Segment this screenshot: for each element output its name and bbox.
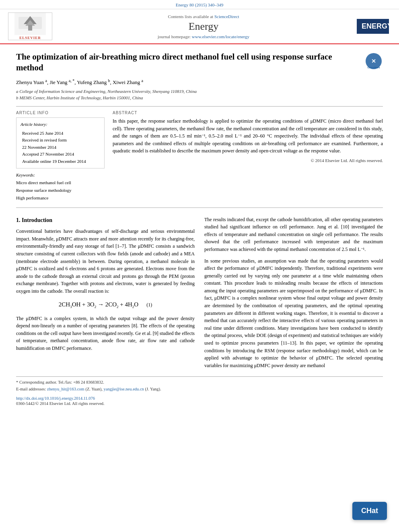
email-line: E-mail addresses: zhenyu_hit@163.com (Z.… [16, 386, 383, 393]
article-info-col: ARTICLE INFO Article history: Received 2… [16, 111, 105, 202]
divider-2 [16, 207, 383, 208]
divider-1 [16, 106, 383, 107]
introduction-section: 1. Introduction Conventional batteries h… [16, 216, 383, 370]
affiliations: a College of Information Science and Eng… [16, 88, 383, 101]
equation-text: 2CH3OH + 3O2 → 2CO2 + 4H2O [59, 300, 138, 310]
body-two-col: 1. Introduction Conventional batteries h… [16, 216, 383, 370]
article-title-area: The optimization of air-breathing micro … [16, 51, 383, 74]
chat-label: CHat [361, 507, 378, 515]
elsevier-text: ELSEVIER [19, 36, 41, 40]
main-content: The optimization of air-breathing micro … [0, 44, 399, 410]
journal-citation: Energy 80 (2015) 340–349 [176, 2, 224, 7]
history-label: Article history: [21, 121, 100, 128]
article-info-block: Article history: Received 25 June 2014 R… [16, 117, 105, 169]
affiliation-b: b MEMS Center, Harbin Institute of Techn… [16, 94, 383, 101]
journal-homepage-line: journal homepage: www.elsevier.com/locat… [158, 34, 249, 39]
keyword-3: High performance [16, 194, 105, 202]
svg-text:✕: ✕ [371, 58, 376, 64]
affiliation-a: a College of Information Science and Eng… [16, 88, 383, 95]
authors-line: Zhenyu Yuan a, Jie Yang a, *, Yufeng Zha… [16, 78, 383, 86]
energy-logo: ENERGY [357, 19, 389, 34]
available-date: Available online 19 December 2014 [22, 158, 100, 165]
footnote-area: * Corresponding author. Tel./fax: +86 24… [16, 376, 383, 393]
copyright-line: © 2014 Elsevier Ltd. All rights reserved… [113, 158, 383, 163]
right-para-2: In some previous studies, an assumption … [204, 257, 383, 370]
homepage-link[interactable]: www.elsevier.com/locate/energy [192, 34, 249, 39]
top-bar: Energy 80 (2015) 340–349 [0, 0, 399, 9]
journal-center-info: Contents lists available at ScienceDirec… [56, 12, 351, 40]
intro-para-2: The μDMFC is a complex system, in which … [16, 315, 195, 352]
keywords-block: Keywords: Micro direct methanol fuel cel… [16, 173, 105, 201]
svg-text:CrossMark: CrossMark [367, 66, 380, 69]
energy-logo-box: ENERGY [355, 12, 391, 40]
intro-para-1: Conventional batteries have disadvantage… [16, 228, 195, 295]
journal-title-text: Energy [189, 21, 219, 33]
email-1-name: (Z. Yuan), [85, 387, 102, 391]
doi-link[interactable]: http://dx.doi.org/10.1016/j.energy.2014.… [16, 396, 95, 401]
article-info-label: ARTICLE INFO [16, 111, 105, 115]
keywords-label: Keywords: [16, 173, 105, 177]
abstract-col: ABSTRACT In this paper, the response sur… [113, 111, 383, 202]
accepted-date: Accepted 27 November 2014 [22, 151, 100, 158]
email-label: E-mail addresses: [16, 387, 46, 391]
body-right-col: The results indicated that, except the c… [204, 216, 383, 370]
info-abstract-section: ARTICLE INFO Article history: Received 2… [16, 111, 383, 202]
email-2-link[interactable]: yangjie@ise.neu.edu.cn [104, 387, 144, 391]
crossmark-badge: ✕ CrossMark [365, 52, 383, 70]
email-2-name: (J. Yang). [145, 387, 161, 391]
keyword-1: Micro direct methanol fuel cell [16, 179, 105, 187]
right-para-1: The results indicated that, except the c… [204, 216, 383, 253]
body-left-col: 1. Introduction Conventional batteries h… [16, 216, 195, 370]
sciencedirect-link[interactable]: ScienceDirect [214, 14, 239, 19]
sciencedirect-line: Contents lists available at ScienceDirec… [168, 14, 239, 19]
equation-1: 2CH3OH + 3O2 → 2CO2 + 4H2O (1) [16, 300, 195, 310]
abstract-text: In this paper, the response surface meth… [113, 117, 383, 155]
doi-line: http://dx.doi.org/10.1016/j.energy.2014.… [16, 396, 383, 401]
abstract-label: ABSTRACT [113, 111, 383, 115]
corresponding-note: * Corresponding author. Tel./fax: +86 24… [16, 379, 383, 386]
journal-header: ELSEVIER Contents lists available at Sci… [0, 9, 399, 44]
issn-line: 0360-5442/© 2014 Elsevier Ltd. All right… [16, 401, 383, 406]
received-revised-date: 22 November 2014 [22, 144, 100, 151]
received-date: Received 25 June 2014 [22, 130, 100, 137]
email-1-link[interactable]: zhenyu_hit@163.com [47, 387, 84, 391]
intro-heading: 1. Introduction [16, 216, 195, 225]
received-revised-label: Received in revised form [22, 137, 100, 144]
keyword-2: Response surface methodology [16, 187, 105, 194]
svg-rect-4 [28, 25, 32, 31]
chat-badge[interactable]: CHat [352, 502, 387, 520]
elsevier-logo: ELSEVIER [8, 12, 52, 40]
article-title-text: The optimization of air-breathing micro … [16, 51, 361, 74]
elsevier-logo-svg [14, 13, 46, 35]
eq-number: (1) [146, 301, 152, 309]
